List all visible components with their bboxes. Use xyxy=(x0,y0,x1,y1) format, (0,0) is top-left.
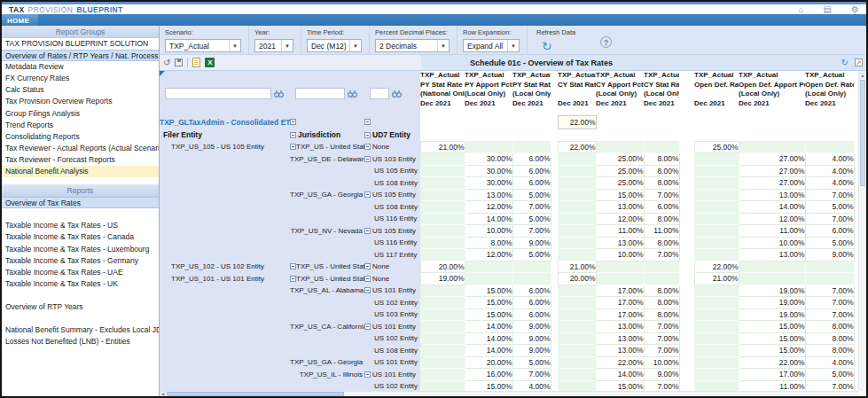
grid-cell[interactable] xyxy=(596,261,644,273)
grid-cell[interactable]: 21.00% xyxy=(694,273,739,285)
sidebar-group-item[interactable]: National Benefit Analysis xyxy=(2,166,159,177)
row-expansion-select[interactable]: Expand All▼ xyxy=(463,39,520,52)
scroll-left-arrow[interactable]: ◀ xyxy=(160,392,166,396)
sidebar-group-item[interactable]: Tax Reviewer - Actual Reports (Actual Sc… xyxy=(2,143,159,154)
grid-cell[interactable]: 7.00% xyxy=(512,369,551,381)
grid-cell[interactable] xyxy=(465,141,512,153)
grid-cell[interactable]: 13.00% xyxy=(596,237,644,249)
collapse-icon[interactable] xyxy=(290,263,296,269)
grid-cell[interactable] xyxy=(420,356,465,369)
grid-cell[interactable]: 25.00% xyxy=(596,165,644,177)
grid-cell[interactable]: 8.00% xyxy=(644,308,679,321)
grid-cell[interactable] xyxy=(694,237,739,249)
sidebar-group-item[interactable]: Tax Provision Overview Reports xyxy=(2,96,159,107)
grid-cell[interactable]: 6.00% xyxy=(644,201,679,214)
grid-cell[interactable]: 14.00% xyxy=(465,213,512,225)
collapse-icon[interactable] xyxy=(364,228,371,234)
grid-cell[interactable] xyxy=(558,321,596,333)
sidebar-group-item[interactable]: Calc Status xyxy=(2,84,159,96)
save-icon[interactable] xyxy=(175,59,183,66)
grid-cell[interactable] xyxy=(558,177,596,190)
grid-cell[interactable]: 17.00% xyxy=(596,285,644,297)
ud7-entity-cell[interactable]: US 116 Entity xyxy=(364,237,420,249)
grid-cell[interactable] xyxy=(512,141,551,153)
grid-cell[interactable] xyxy=(694,332,739,345)
sidebar-report-item[interactable]: Losses Not Benefited (LNB) - Entities xyxy=(2,336,159,347)
ud7-entity-cell[interactable]: US 101 Entity xyxy=(364,369,420,381)
ud7-entity-cell[interactable]: US 103 Entity xyxy=(364,308,420,321)
grid-cell[interactable] xyxy=(420,201,465,214)
grid-cell[interactable] xyxy=(739,261,805,273)
grid-cell[interactable]: 8.00% xyxy=(805,345,854,357)
refresh-data-icon[interactable]: ↻ xyxy=(542,40,552,52)
filer-entity-cell[interactable] xyxy=(160,308,290,321)
sidebar-report-item[interactable]: National Benefit Summary - Excludes Loca… xyxy=(2,324,159,336)
grid-cell[interactable] xyxy=(558,237,596,249)
grid-cell[interactable] xyxy=(596,115,644,129)
ud7-entity-cell[interactable]: US 116 Entity xyxy=(364,213,420,225)
ud7-entity-cell[interactable]: US 105 Entity xyxy=(364,189,420,201)
grid-cell[interactable]: 21.00% xyxy=(420,141,465,153)
grid-cell[interactable]: 6.00% xyxy=(512,285,551,297)
grid-cell[interactable] xyxy=(558,297,596,309)
ud7-entity-cell[interactable]: US 102 Entity xyxy=(364,332,420,345)
jurisdiction-cell[interactable] xyxy=(290,345,364,357)
grid-cell[interactable]: 17.00% xyxy=(596,297,644,309)
ud7-entity-cell[interactable]: None xyxy=(364,273,420,285)
grid-cell[interactable] xyxy=(558,285,596,297)
grid-cell[interactable]: 19.00% xyxy=(739,297,805,309)
grid-cell[interactable]: 13.00% xyxy=(465,189,512,201)
grid-cell[interactable] xyxy=(739,273,805,285)
year-select[interactable]: 2021▼ xyxy=(254,39,293,52)
jurisdiction-filter-input[interactable] xyxy=(295,88,345,99)
filer-entity-cell[interactable] xyxy=(160,369,290,381)
grid-cell[interactable]: 7.00% xyxy=(644,249,679,261)
grid-cell[interactable] xyxy=(558,308,596,321)
grid-cell[interactable]: 7.00% xyxy=(644,332,679,345)
grid-cell[interactable] xyxy=(596,141,644,153)
grid-cell[interactable] xyxy=(465,261,512,273)
grid-cell[interactable] xyxy=(694,153,739,166)
jurisdiction-cell[interactable] xyxy=(290,177,364,190)
sidebar-report-item[interactable]: Taxable Income & Tax Rates - Luxembourg xyxy=(2,244,159,255)
percent-decimal-places-select[interactable]: 2 Decimals▼ xyxy=(375,39,450,52)
grid-cell[interactable] xyxy=(558,369,596,381)
grid-cell[interactable]: 7.00% xyxy=(644,321,679,333)
collapse-icon[interactable] xyxy=(364,287,371,293)
grid-cell[interactable] xyxy=(694,321,739,333)
sidebar-report-item[interactable]: Taxable Income & Tax Rates - Germany xyxy=(2,255,159,267)
grid-cell[interactable]: 15.00% xyxy=(739,332,805,345)
grid-cell[interactable]: 7.00% xyxy=(644,189,679,201)
binoculars-search-icon[interactable] xyxy=(274,85,284,101)
grid-cell[interactable]: 30.00% xyxy=(465,165,512,177)
grid-cell[interactable]: 17.00% xyxy=(739,369,805,381)
sidebar-report-item[interactable]: Overview of Tax Rates xyxy=(2,197,159,208)
grid-cell[interactable]: 15.00% xyxy=(465,297,512,309)
filer-entity-cell[interactable] xyxy=(160,297,290,309)
ud7-entity-cell[interactable]: US 102 Entity xyxy=(364,297,420,309)
grid-cell[interactable] xyxy=(694,297,739,309)
grid-cell[interactable]: 9.00% xyxy=(512,237,551,249)
grid-cell[interactable]: 30.00% xyxy=(465,177,512,190)
grid-cell[interactable] xyxy=(644,261,679,273)
grid-cell[interactable]: 10.00% xyxy=(739,237,805,249)
ud7-entity-cell[interactable]: US 101 Entity xyxy=(364,285,420,297)
grid-cell[interactable]: 4.00% xyxy=(805,356,854,369)
grid-cell[interactable] xyxy=(644,141,679,153)
grid-cell[interactable]: 12.00% xyxy=(596,213,644,225)
collapse-icon[interactable] xyxy=(364,276,371,282)
collapse-icon[interactable] xyxy=(364,263,371,269)
filer-entity-cell[interactable] xyxy=(160,237,290,249)
binoculars-search-icon[interactable] xyxy=(392,85,402,101)
grid-cell[interactable] xyxy=(420,115,465,129)
grid-cell[interactable]: 7.00% xyxy=(805,297,854,309)
grid-cell[interactable]: 9.00% xyxy=(512,345,551,357)
filer-entity-cell[interactable] xyxy=(160,213,290,225)
jurisdiction-cell[interactable]: TXP_US - United States xyxy=(290,273,364,285)
grid-cell[interactable] xyxy=(694,213,739,225)
sidebar-group-item[interactable]: Metadata Review xyxy=(2,61,159,73)
grid-cell[interactable] xyxy=(805,141,854,153)
ud7-entity-cell[interactable]: US 117 Entity xyxy=(364,249,420,261)
collapse-icon[interactable] xyxy=(364,324,371,330)
grid-cell[interactable]: 13.00% xyxy=(596,332,644,345)
